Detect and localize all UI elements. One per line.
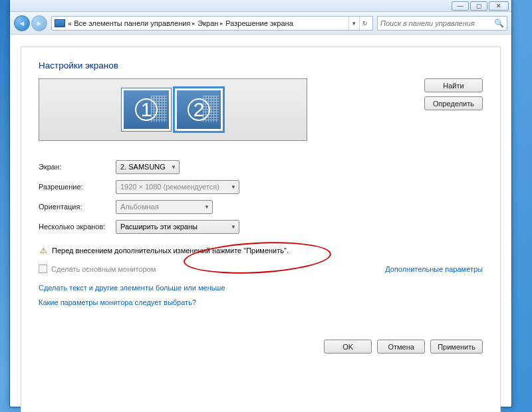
close-button[interactable]: ✕: [489, 1, 509, 11]
address-refresh-button[interactable]: ↻: [359, 17, 370, 30]
orientation-value: Альбомная: [120, 203, 159, 211]
screen-select[interactable]: 2. SAMSUNG ▼: [116, 160, 180, 174]
orientation-select[interactable]: Альбомная ▼: [116, 200, 213, 214]
content-card: Настройки экранов 1 2: [21, 47, 501, 412]
ok-button[interactable]: OK: [324, 340, 372, 354]
search-input[interactable]: [380, 19, 494, 27]
address-bar[interactable]: « Все элементы панели управления ▸ Экран…: [51, 16, 373, 31]
monitor-number: 1: [141, 98, 152, 121]
cancel-button[interactable]: Отмена: [377, 340, 425, 354]
chevron-right-icon: ▸: [220, 20, 223, 27]
breadcrumb: « Все элементы панели управления ▸ Экран…: [68, 19, 293, 27]
chevron-down-icon: ▼: [204, 204, 209, 210]
chevron-down-icon: ▼: [171, 164, 176, 170]
resolution-select[interactable]: 1920 × 1080 (рекомендуется) ▼: [116, 180, 239, 194]
settings-form: Экран: 2. SAMSUNG ▼ Разрешение: 1920 × 1…: [39, 157, 483, 237]
search-icon[interactable]: 🔍: [494, 19, 504, 28]
monitor-params-help-link[interactable]: Какие параметры монитора следует выбрать…: [39, 298, 483, 306]
warning-icon: ⚠: [39, 246, 48, 255]
text-size-link[interactable]: Сделать текст и другие элементы больше и…: [39, 284, 483, 292]
warning-text: Перед внесением дополнительных изменений…: [52, 247, 289, 255]
maximize-button[interactable]: ▢: [470, 1, 487, 11]
orientation-label: Ориентация:: [39, 203, 116, 211]
control-panel-icon: [55, 19, 65, 27]
find-button[interactable]: Найти: [424, 78, 483, 92]
multiple-displays-select[interactable]: Расширить эти экраны ▼: [116, 220, 239, 234]
monitor-number: 2: [194, 98, 205, 121]
titlebar: — ▢ ✕: [10, 0, 511, 12]
minimize-button[interactable]: —: [452, 1, 469, 11]
screen-value: 2. SAMSUNG: [120, 163, 166, 171]
make-primary-label: Сделать основным монитором: [51, 265, 156, 273]
detect-button[interactable]: Определить: [424, 96, 483, 110]
page-heading: Настройки экранов: [39, 60, 483, 70]
monitor-1[interactable]: 1: [121, 88, 172, 132]
make-primary-checkbox: [39, 264, 47, 273]
chevron-right-icon: ▸: [192, 20, 196, 27]
resolution-label: Разрешение:: [39, 183, 116, 191]
multiple-displays-value: Расширить эти экраны: [120, 223, 198, 231]
chevron-down-icon: ▼: [231, 184, 236, 190]
search-bar: 🔍: [377, 16, 507, 31]
apply-button[interactable]: Применить: [430, 340, 483, 354]
nav-forward-button[interactable]: ►: [31, 15, 47, 31]
advanced-parameters-link[interactable]: Дополнительные параметры: [385, 265, 483, 273]
monitor-2[interactable]: 2: [173, 86, 225, 133]
nav-back-button[interactable]: ◄: [14, 15, 30, 31]
monitor-preview[interactable]: 1 2: [39, 78, 307, 141]
navbar: ◄ ► « Все элементы панели управления ▸ Э…: [10, 12, 511, 35]
chevron-down-icon: ▼: [231, 224, 236, 230]
crumb-item[interactable]: Экран: [198, 19, 218, 27]
crumb-item[interactable]: Все элементы панели управления: [74, 19, 190, 27]
address-dropdown-button[interactable]: ▾: [348, 17, 359, 30]
resolution-value: 1920 × 1080 (рекомендуется): [120, 183, 219, 191]
multiple-displays-label: Несколько экранов:: [39, 223, 116, 231]
crumb-item[interactable]: Разрешение экрана: [225, 19, 293, 27]
window: — ▢ ✕ ◄ ► « Все элементы панели управлен…: [9, 0, 512, 407]
crumb-prefix: «: [68, 19, 72, 27]
screen-label: Экран:: [39, 163, 116, 171]
warning-row: ⚠ Перед внесением дополнительных изменен…: [39, 246, 483, 255]
